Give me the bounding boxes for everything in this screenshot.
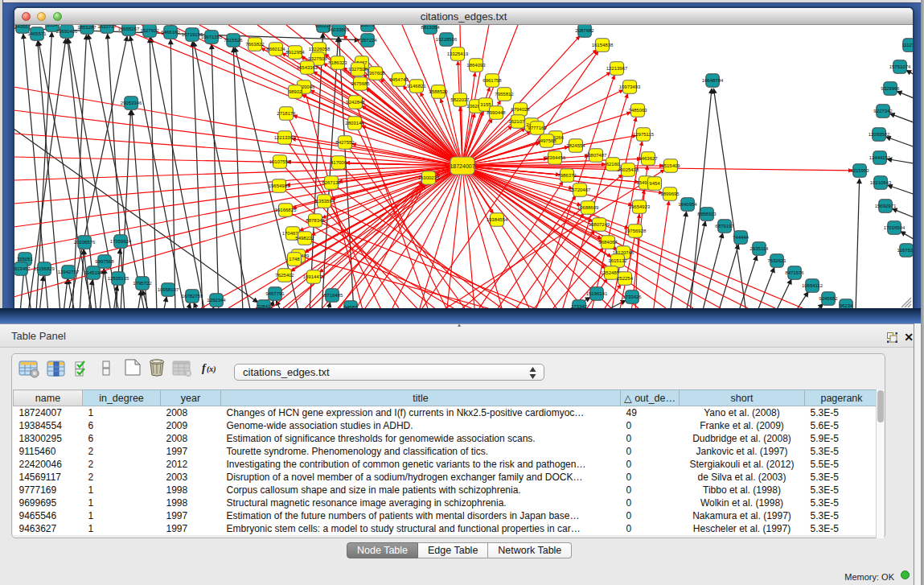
svg-text:7485063: 7485063 [628,108,647,113]
svg-text:6961758: 6961758 [483,78,502,83]
svg-text:1145194: 1145194 [84,270,104,275]
svg-text:19384554: 19384554 [487,217,508,222]
svg-text:6879197: 6879197 [715,224,734,229]
svg-text:12505135: 12505135 [108,276,129,281]
svg-text:111234: 111234 [901,43,913,47]
svg-text:7357224: 7357224 [358,38,377,43]
svg-text:15692971: 15692971 [875,204,897,208]
svg-text:9454: 9454 [649,181,660,186]
svg-text:16033809: 16033809 [328,27,350,32]
svg-text:9777169: 9777169 [528,126,547,130]
svg-text:16782759: 16782759 [182,294,203,299]
svg-text:252254: 252254 [617,276,634,281]
svg-text:3824554: 3824554 [566,143,585,148]
svg-text:10973493: 10973493 [619,84,641,89]
svg-text:15807249: 15807249 [589,222,610,227]
svg-text:1748: 1748 [289,257,300,262]
svg-text:1615132: 1615132 [608,258,627,263]
svg-text:10654112: 10654112 [802,283,823,288]
svg-text:16543362: 16543362 [297,65,318,70]
svg-text:19166825: 19166825 [275,208,297,212]
svg-text:20876: 20876 [361,25,375,27]
svg-text:6497568: 6497568 [537,138,556,143]
svg-text:1292344: 1292344 [207,298,226,303]
svg-text:2087682: 2087682 [575,28,594,33]
svg-text:16154838: 16154838 [592,43,614,47]
svg-text:19654923: 19654923 [629,204,651,209]
svg-text:8471676: 8471676 [785,270,804,275]
svg-text:1640954: 1640954 [678,202,697,207]
svg-text:8990448: 8990448 [487,110,506,115]
svg-text:417006: 417006 [331,160,347,165]
svg-text:9329966: 9329966 [881,86,900,91]
svg-text:8878342: 8878342 [306,218,325,223]
svg-text:10807487: 10807487 [585,153,607,158]
svg-text:10210643: 10210643 [870,180,892,185]
svg-text:8912954: 8912954 [285,50,305,55]
svg-text:9515409: 9515409 [661,163,680,168]
svg-text:10655267: 10655267 [118,27,140,31]
svg-text:5822037: 5822037 [450,97,470,102]
svg-text:12213369: 12213369 [274,135,296,140]
svg-text:18724007: 18724007 [450,163,474,169]
svg-text:9899695: 9899695 [660,192,680,196]
svg-text:1733426: 1733426 [622,295,642,299]
svg-text:7632621: 7632621 [767,258,786,263]
svg-text:13226058: 13226058 [309,47,331,51]
svg-text:19218506: 19218506 [436,37,458,42]
svg-text:15716485: 15716485 [322,293,343,298]
svg-text:62160: 62160 [606,162,620,167]
svg-text:20691406: 20691406 [56,29,78,34]
svg-text:8958923: 8958923 [697,212,717,216]
svg-text:2367608: 2367608 [366,71,385,76]
svg-text:2054: 2054 [47,25,58,27]
svg-text:335051: 335051 [17,257,34,262]
svg-text:3215953: 3215953 [850,168,869,173]
svg-text:9146821: 9146821 [407,84,426,89]
svg-text:12093582: 12093582 [869,132,890,137]
svg-text:12444151: 12444151 [869,155,891,160]
svg-text:1167533: 1167533 [897,248,913,253]
svg-text:17359924: 17359924 [110,239,132,244]
svg-text:15720407: 15720407 [569,187,591,192]
svg-text:1864093: 1864093 [466,63,486,68]
svg-text:8813054: 8813054 [421,25,440,30]
svg-text:7986372: 7986372 [557,173,577,178]
svg-text:12213967: 12213967 [606,66,628,71]
svg-text:9684067: 9684067 [598,240,618,245]
svg-text:9463627: 9463627 [639,156,658,161]
svg-text:7515526: 7515526 [224,38,243,43]
svg-text:3675685: 3675685 [351,81,370,86]
svg-text:9327508: 9327508 [348,67,368,72]
svg-text:1405571: 1405571 [27,31,47,36]
svg-text:3155: 3155 [480,102,491,107]
svg-text:15751074: 15751074 [889,64,911,69]
svg-text:11156829: 11156829 [34,266,55,271]
svg-text:1633737: 1633737 [97,25,117,29]
svg-text:10671355: 10671355 [201,35,223,39]
svg-text:29053346: 29053346 [121,101,142,105]
svg-text:6794028: 6794028 [511,107,530,112]
svg-text:744444: 744444 [733,235,749,240]
svg-text:2935114: 2935114 [750,246,770,251]
svg-text:1588520: 1588520 [429,89,448,94]
svg-text:9242848: 9242848 [346,100,365,105]
svg-text:9997568: 9997568 [95,259,114,264]
svg-text:8267130: 8267130 [322,180,341,185]
svg-text:9245652: 9245652 [819,296,838,301]
svg-text:15300235: 15300235 [418,175,440,180]
svg-text:8454749: 8454749 [389,77,409,82]
svg-text:(x): (x) [207,365,216,374]
svg-text:12942757: 12942757 [58,270,80,274]
svg-text:11353594: 11353594 [314,199,335,204]
svg-text:940557: 940557 [14,25,31,29]
svg-text:17016504: 17016504 [884,225,906,230]
svg-text:13325419: 13325419 [447,51,469,56]
svg-text:10958107: 10958107 [158,287,179,292]
svg-text:6466160: 6466160 [161,30,180,35]
svg-text:19756928: 19756928 [625,229,647,233]
svg-text:10107552: 10107552 [269,159,291,164]
svg-text:7663822: 7663822 [245,42,265,47]
svg-text:7955812: 7955812 [495,92,514,97]
svg-text:2718176: 2718176 [277,111,296,116]
